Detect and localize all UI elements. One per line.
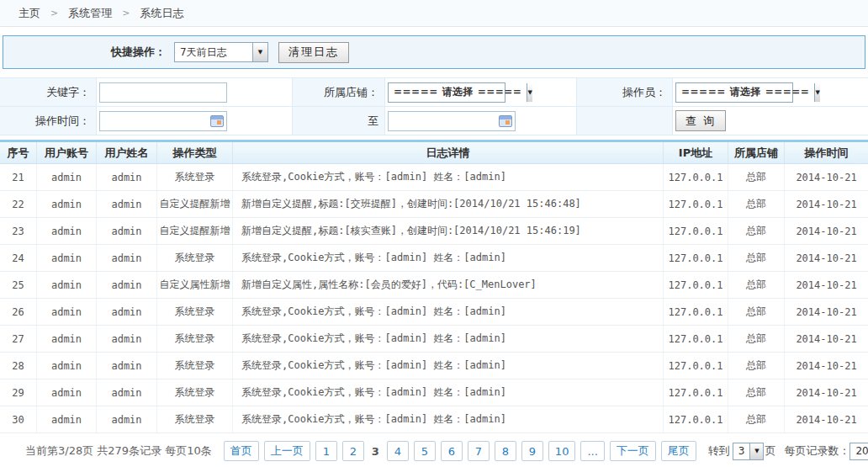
search-button[interactable]: 查 询 (675, 110, 726, 131)
cell-account: admin (37, 191, 97, 217)
calendar-icon[interactable] (499, 115, 512, 127)
cell-type: 自定义提醒新增 (157, 218, 233, 244)
cell-ip: 127.0.0.1 (664, 379, 728, 406)
operator-label: 操作员： (577, 78, 673, 107)
search-cell: 查 询 (673, 107, 868, 135)
table-row: 23 admin admin 自定义提醒新增 新增自定义提醒,标题:[核实查账]… (0, 218, 868, 245)
cell-shop: 总部 (728, 379, 785, 406)
chevron-down-icon[interactable]: ▼ (749, 443, 763, 459)
time-from-input[interactable] (99, 111, 227, 131)
cell-ip: 127.0.0.1 (664, 406, 728, 433)
page-button-7[interactable]: 7 (468, 441, 490, 461)
breadcrumb-separator-icon: > (122, 8, 130, 19)
page-button-2[interactable]: 2 (342, 441, 364, 461)
chevron-down-icon[interactable]: ▼ (252, 43, 267, 61)
shop-label: 所属店铺： (293, 78, 385, 107)
quick-action-bar: 快捷操作： 7天前日志 ▼ 清理日志 (3, 35, 865, 69)
keyword-label: 关键字： (0, 78, 97, 107)
time-to-cell (385, 107, 577, 135)
calendar-icon[interactable] (210, 115, 224, 127)
cell-no: 21 (0, 164, 37, 190)
table-row: 24 admin admin 系统登录 系统登录,Cookie方式，账号：[ad… (0, 245, 868, 272)
cell-type: 系统登录 (157, 299, 233, 325)
page-summary: 当前第3/28页 共279条记录 每页10条 (25, 443, 212, 459)
cell-name: admin (97, 218, 157, 244)
cell-type: 系统登录 (157, 379, 233, 406)
to-label: 至 (293, 107, 385, 135)
keyword-input[interactable] (99, 82, 227, 103)
table-row: 28 admin admin 系统登录 系统登录,Cookie方式，账号：[ad… (0, 353, 868, 379)
clear-log-button[interactable]: 清理日志 (278, 42, 349, 63)
breadcrumb-separator-icon: > (50, 8, 58, 19)
page-size-label: 每页记录数： (784, 443, 849, 459)
cell-no: 29 (0, 379, 37, 406)
cell-name: admin (97, 191, 157, 217)
next-page-button[interactable]: 下一页 (610, 441, 656, 461)
cell-name: admin (97, 353, 157, 379)
cell-type: 系统登录 (157, 326, 233, 352)
cell-shop: 总部 (728, 353, 785, 379)
cell-time: 2014-10-21 (785, 406, 868, 433)
shop-select-value: ===== 请选择 ===== (389, 83, 527, 102)
page-button-4[interactable]: 4 (387, 441, 409, 461)
cell-account: admin (37, 164, 97, 190)
cell-type: 系统登录 (157, 353, 233, 379)
cell-detail: 系统登录,Cookie方式，账号：[admin] 姓名：[admin] (233, 299, 664, 325)
table-row: 30 admin admin 系统登录 系统登录,Cookie方式，账号：[ad… (0, 406, 868, 433)
first-page-button[interactable]: 首页 (224, 441, 259, 461)
page-button-5[interactable]: 5 (414, 441, 436, 461)
cell-no: 26 (0, 299, 37, 325)
col-header-name: 用户姓名 (97, 142, 157, 163)
chevron-down-icon[interactable]: ▼ (814, 83, 819, 102)
cell-type: 系统登录 (157, 245, 233, 271)
cell-time: 2014-10-21 (785, 272, 868, 298)
last-page-button[interactable]: 尾页 (661, 441, 696, 461)
page-ellipsis-button[interactable]: ... (580, 441, 604, 461)
chevron-down-icon[interactable]: ▼ (527, 83, 532, 102)
cell-ip: 127.0.0.1 (664, 353, 728, 379)
page-button-8[interactable]: 8 (495, 441, 516, 461)
page-button-1[interactable]: 1 (315, 441, 337, 461)
cell-name: admin (97, 326, 157, 352)
cell-time: 2014-10-21 (785, 326, 868, 352)
col-header-account: 用户账号 (37, 142, 97, 163)
page-size-select[interactable]: 20 ▼ (849, 443, 868, 460)
cell-type: 系统登录 (157, 406, 233, 433)
current-page-indicator: 3 (369, 445, 382, 458)
cell-account: admin (37, 272, 97, 298)
time-to-input[interactable] (388, 111, 516, 131)
cell-time: 2014-10-21 (785, 379, 868, 406)
cell-type: 自定义属性新增 (157, 272, 233, 298)
goto-page-select[interactable]: 3 ▼ (733, 443, 765, 460)
pager: 首页 上一页 1 2 3 4 5 6 7 8 9 10 ... 下一页 尾页 (224, 441, 696, 461)
goto-label: 转到 (708, 443, 730, 459)
cell-account: admin (37, 379, 97, 406)
cell-shop: 总部 (728, 272, 785, 298)
time-from-cell (97, 107, 293, 135)
cell-no: 24 (0, 245, 37, 271)
cell-time: 2014-10-21 (785, 353, 868, 379)
cell-account: admin (37, 406, 97, 433)
page-button-9[interactable]: 9 (521, 441, 543, 461)
goto-suffix: 页 (765, 443, 775, 459)
table-row: 21 admin admin 系统登录 系统登录,Cookie方式，账号：[ad… (0, 164, 868, 191)
breadcrumb-home[interactable]: 主页 (19, 6, 40, 21)
cell-detail: 系统登录,Cookie方式，账号：[admin] 姓名：[admin] (233, 245, 664, 271)
prev-page-button[interactable]: 上一页 (264, 441, 310, 461)
table-row: 27 admin admin 系统登录 系统登录,Cookie方式，账号：[ad… (0, 326, 868, 353)
log-preset-select[interactable]: 7天前日志 ▼ (174, 42, 268, 62)
cell-detail: 系统登录,Cookie方式，账号：[admin] 姓名：[admin] (233, 353, 664, 379)
breadcrumb-system-manage[interactable]: 系统管理 (68, 6, 112, 21)
log-table: 序号 用户账号 用户姓名 操作类型 日志详情 IP地址 所属店铺 操作时间 21… (0, 140, 868, 433)
operator-select[interactable]: ===== 请选择 ===== ▼ (675, 82, 793, 103)
page-button-6[interactable]: 6 (441, 441, 463, 461)
cell-no: 30 (0, 406, 37, 433)
page-button-10[interactable]: 10 (548, 441, 576, 461)
shop-select[interactable]: ===== 请选择 ===== ▼ (388, 82, 505, 103)
cell-account: admin (37, 353, 97, 379)
cell-ip: 127.0.0.1 (664, 299, 728, 325)
col-header-time: 操作时间 (785, 142, 868, 163)
cell-time: 2014-10-21 (785, 191, 868, 217)
goto-page: 转到 3 ▼ 页 (708, 443, 776, 460)
cell-ip: 127.0.0.1 (664, 272, 728, 298)
